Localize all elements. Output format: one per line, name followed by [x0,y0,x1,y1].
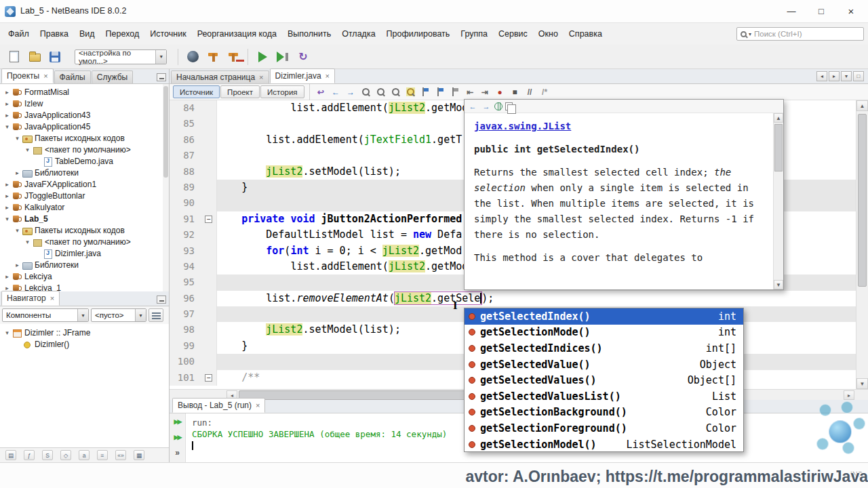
collapsed-arrow-icon[interactable]: ▸ [13,169,22,176]
show-fqn-icon[interactable]: «» [115,450,126,460]
toggle-bookmark-icon[interactable] [448,85,462,98]
project-tree-item[interactable]: ▾JavaApplication45 [0,121,169,132]
expanded-arrow-icon[interactable]: ▾ [13,227,22,234]
scroll-down-icon[interactable]: ▼ [856,378,868,389]
close-icon[interactable]: × [43,73,47,79]
completion-item[interactable]: getSelectedValues()Object[] [465,372,743,388]
copy-javadoc-icon[interactable] [505,102,513,110]
completion-item[interactable]: getSelectedValue()Object [465,357,743,373]
close-icon[interactable]: × [259,74,263,81]
scroll-tabs-right-icon[interactable]: ▸ [829,71,840,81]
project-tree-item[interactable]: ▸Lekciya_1 [0,282,169,291]
collapsed-arrow-icon[interactable]: ▸ [3,192,12,199]
project-tree-item[interactable]: ▸Izlew [0,98,169,109]
clean-build-button[interactable] [223,47,243,66]
tree-scrollbar-thumb[interactable] [163,86,168,178]
show-inherited-icon[interactable]: ▤ [5,450,16,460]
project-tree-item[interactable]: ▸Lekciya [0,270,169,282]
expanded-arrow-icon[interactable]: ▾ [3,216,12,222]
menu-item-4[interactable]: Переход [100,24,145,44]
shift-left-icon[interactable]: ⇤ [463,85,477,98]
open-project-button[interactable] [24,47,45,66]
expanded-arrow-icon[interactable]: ▾ [3,123,12,130]
minimize-group-icon[interactable] [157,296,166,304]
menu-item-1[interactable]: Файл [3,24,35,44]
menu-item-11[interactable]: Сервис [493,24,533,44]
scrollbar-thumb[interactable] [774,124,783,171]
menu-item-7[interactable]: Выполнить [282,24,336,44]
quick-search-input[interactable]: ▾ Поиск (Ctrl+I) [736,27,864,41]
find-previous-icon[interactable] [374,85,388,98]
completion-item[interactable]: getSelectionBackground()Color [465,405,743,421]
tree-scrollbar[interactable] [163,84,169,291]
close-window-button[interactable]: × [837,0,865,22]
shift-right-icon[interactable]: ⇥ [478,85,492,98]
scrollbar-thumb[interactable] [858,114,867,287]
menu-item-8[interactable]: Отладка [336,24,380,44]
completion-item[interactable]: getSelectionModel()ListSelectionModel [465,436,743,452]
menu-item-12[interactable]: Окно [533,24,564,44]
navigator-scope-select[interactable]: Компоненты ▾ [2,308,89,322]
show-static-icon[interactable]: S [42,450,53,460]
start-macro-icon[interactable]: ● [493,85,507,98]
collapsed-arrow-icon[interactable]: ▸ [13,262,22,268]
completion-item[interactable]: getSelectionForeground()Color [465,420,743,436]
new-file-button[interactable] [4,47,24,66]
project-tree-item[interactable]: ▾Пакеты исходных кодов [0,132,169,144]
sidebar-tab-files[interactable]: Файлы [54,70,91,83]
navigator-tree-item[interactable]: Dizimler() [0,338,169,350]
scroll-up-icon[interactable]: ▲ [774,113,783,123]
menu-item-6[interactable]: Реорганизация кода [192,24,282,44]
expanded-arrow-icon[interactable]: ▾ [13,135,22,142]
project-tree-item[interactable]: Dizimler.java [0,247,169,259]
run-configuration-select[interactable]: <настройка по умол...> ▾ [75,49,167,64]
save-all-button[interactable] [45,47,65,66]
javadoc-class-link[interactable]: javax.swing.JList [474,119,762,134]
forward-icon[interactable]: → [344,85,358,98]
menu-item-3[interactable]: Вид [74,24,100,44]
build-project-button[interactable] [203,47,223,66]
fold-collapse-icon[interactable]: − [205,374,212,382]
stop-macro-icon[interactable]: ■ [508,85,522,98]
close-icon[interactable]: × [256,402,260,409]
tab-start-page[interactable]: Начальная страница× [171,70,269,83]
tab-navigator[interactable]: Навигатор × [1,291,60,306]
rerun-debug-icon[interactable]: ▶▶ [172,432,184,443]
collapsed-arrow-icon[interactable]: ▸ [3,285,12,291]
project-tree-item[interactable]: ▾Пакеты исходных кодов [0,224,169,236]
tab-output[interactable]: Вывод - Lab_5 (run) × [172,398,265,413]
project-tree-item[interactable]: ▾<пакет по умолчанию> [0,236,169,247]
view-button-history[interactable]: История [260,85,304,98]
navigator-view-settings-icon[interactable] [149,308,163,322]
scroll-tabs-left-icon[interactable]: ◂ [816,71,827,81]
completion-item[interactable]: getSelectionMode()int [465,325,743,341]
navigator-filter-select[interactable]: <пусто> ▾ [91,308,146,322]
menu-item-9[interactable]: Профилировать [381,24,456,44]
collapsed-arrow-icon[interactable]: ▸ [3,273,12,280]
scroll-up-icon[interactable]: ▲ [856,100,868,111]
collapsed-arrow-icon[interactable]: ▸ [3,112,12,119]
sidebar-tab-projects[interactable]: Проекты× [1,68,54,83]
tab-list-dropdown-icon[interactable]: ▾ [841,71,852,81]
collapsed-arrow-icon[interactable]: ▸ [3,181,12,188]
sort-by-source-icon[interactable]: ≡ [97,450,108,460]
project-tree-item[interactable]: ▾Lab_5 [0,213,169,224]
close-icon[interactable]: × [50,295,54,302]
last-edit-icon[interactable]: ↩ [314,85,328,98]
profile-project-button[interactable] [293,47,313,66]
maximize-window-button[interactable]: □ [807,0,835,22]
navigator-tree-item[interactable]: ▾Dizimler :: JFrame [0,327,169,338]
menu-item-10[interactable]: Группа [455,24,493,44]
project-tree-item[interactable]: ▸JavaFXApplication1 [0,178,169,190]
javadoc-scrollbar[interactable]: ▲ ▼ [773,113,783,289]
expanded-arrow-icon[interactable]: ▾ [23,146,32,153]
view-button-design[interactable]: Проект [220,85,260,98]
search-dropdown-icon[interactable]: ▾ [749,31,751,37]
project-tree-item[interactable]: ▸Библиотеки [0,259,169,270]
run-project-button[interactable] [252,47,273,66]
comment-icon[interactable]: // [523,85,537,98]
next-bookmark-icon[interactable] [433,85,448,98]
project-tree-item[interactable]: ▸JavaApplication43 [0,109,169,121]
editor-vertical-scrollbar[interactable]: ▲ ▼ [856,100,868,389]
minimize-group-icon[interactable] [157,73,166,81]
